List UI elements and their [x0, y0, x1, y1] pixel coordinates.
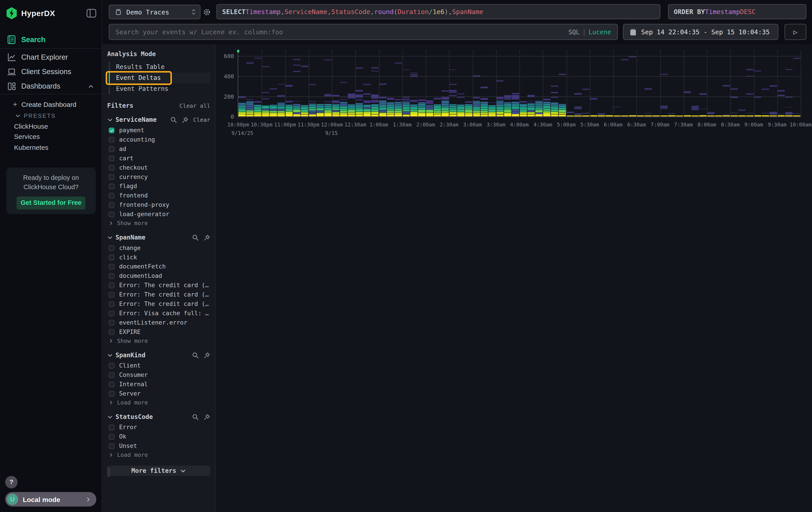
load-more-button[interactable]: Load more: [107, 398, 210, 407]
select-updown-icon: [192, 8, 196, 16]
facet-option-payment[interactable]: payment: [107, 126, 210, 135]
show-more-button[interactable]: Show more: [107, 336, 210, 346]
checkbox[interactable]: [109, 372, 115, 378]
chevron-down-icon[interactable]: [107, 235, 113, 240]
facet-option-eventlistener-error[interactable]: eventListener.error: [107, 318, 210, 327]
local-mode-button[interactable]: U Local mode: [5, 492, 96, 507]
facet-option-ad[interactable]: ad: [107, 144, 210, 153]
search-icon[interactable]: [192, 352, 199, 358]
facet-option-ok[interactable]: Ok: [107, 432, 210, 441]
checkbox[interactable]: [109, 264, 115, 269]
facet-clear-button[interactable]: Clear: [193, 116, 210, 123]
facet-option-error[interactable]: Error: [107, 423, 210, 432]
checkbox[interactable]: [109, 424, 115, 430]
load-more-button[interactable]: Load more: [107, 451, 210, 459]
facet-option-cart[interactable]: cart: [107, 153, 210, 163]
pin-icon[interactable]: [203, 352, 210, 358]
show-more-button[interactable]: Show more: [107, 219, 210, 228]
sidebar-collapse-icon[interactable]: [86, 8, 96, 17]
analysis-mode-option-event-patterns[interactable]: Event Patterns: [109, 83, 210, 95]
checkbox[interactable]: [109, 193, 115, 198]
clear-all-button[interactable]: Clear all: [179, 102, 210, 109]
checkbox[interactable]: [109, 183, 115, 189]
pin-icon[interactable]: [182, 116, 188, 123]
run-query-button[interactable]: ▷: [785, 24, 807, 40]
facet-option-checkout[interactable]: checkout: [107, 163, 210, 172]
checkbox[interactable]: [109, 254, 115, 260]
checkbox[interactable]: [109, 174, 115, 180]
facet-option-client[interactable]: Client: [107, 361, 210, 370]
search-icon[interactable]: [192, 413, 199, 420]
checkbox[interactable]: [109, 434, 115, 439]
checkbox[interactable]: [109, 202, 115, 208]
facet-option-frontend[interactable]: frontend: [107, 191, 210, 200]
sql-toggle[interactable]: SQL: [569, 28, 580, 36]
checkbox[interactable]: [109, 155, 115, 161]
facet-option-load-generator[interactable]: load-generator: [107, 210, 210, 219]
analysis-mode-option-event-deltas[interactable]: Event Deltas: [109, 73, 210, 83]
more-filters-button[interactable]: More filters: [107, 466, 210, 476]
sidebar-item-services[interactable]: Services: [0, 131, 102, 141]
checkbox[interactable]: [109, 137, 115, 142]
source-select[interactable]: Demo Traces: [109, 5, 200, 19]
checkbox[interactable]: [109, 245, 115, 251]
search-icon[interactable]: [170, 116, 177, 123]
sidebar-item-client-sessions[interactable]: Client Sessions: [0, 64, 102, 79]
checkbox[interactable]: [109, 362, 115, 369]
facet-option-click[interactable]: click: [107, 252, 210, 262]
facet-option-frontend-proxy[interactable]: frontend-proxy: [107, 200, 210, 210]
checkbox[interactable]: [109, 282, 115, 288]
facet-option-documentfetch[interactable]: documentFetch: [107, 262, 210, 271]
facet-option-expire[interactable]: EXPIRE: [107, 327, 210, 336]
checkbox[interactable]: [109, 292, 115, 297]
facet-option-change[interactable]: change: [107, 243, 210, 252]
facet-option-unset[interactable]: Unset: [107, 441, 210, 451]
checkbox[interactable]: [109, 127, 115, 133]
chevron-down-icon[interactable]: [107, 352, 113, 358]
facet-option-server[interactable]: Server: [107, 389, 210, 398]
checkbox[interactable]: [109, 273, 115, 279]
facet-option-error-the-credit-card[interactable]: Error: The credit card (…: [107, 290, 210, 299]
checkbox[interactable]: [109, 320, 115, 325]
checkbox[interactable]: [109, 443, 115, 449]
checkbox[interactable]: [109, 211, 115, 217]
facet-option-consumer[interactable]: Consumer: [107, 370, 210, 380]
sidebar-item-kubernetes[interactable]: Kubernetes: [0, 142, 102, 153]
facet-option-currency[interactable]: currency: [107, 172, 210, 182]
facet-option-accounting[interactable]: accounting: [107, 135, 210, 144]
chevron-down-icon[interactable]: [107, 414, 113, 420]
checkbox[interactable]: [109, 146, 115, 152]
facet-option-error-the-credit-card[interactable]: Error: The credit card (…: [107, 299, 210, 308]
facet-option-flagd[interactable]: flagd: [107, 182, 210, 191]
search-icon[interactable]: [192, 234, 199, 241]
gear-icon[interactable]: [203, 8, 211, 16]
pin-icon[interactable]: [203, 234, 210, 241]
checkbox[interactable]: [109, 381, 115, 387]
checkbox[interactable]: [109, 310, 115, 316]
checkbox[interactable]: [109, 391, 115, 397]
pin-icon[interactable]: [203, 413, 210, 420]
facet-option-error-visa-cache-full[interactable]: Error: Visa cache full: …: [107, 308, 210, 318]
checkbox[interactable]: [109, 301, 115, 307]
facet-option-documentload[interactable]: documentLoad: [107, 271, 210, 280]
sidebar-item-chart-explorer[interactable]: Chart Explorer: [0, 50, 102, 64]
sidebar-item-create-dashboard[interactable]: + Create Dashboard: [0, 99, 102, 110]
chevron-down-icon[interactable]: [107, 117, 113, 123]
sidebar-item-search[interactable]: Search: [0, 32, 102, 47]
sidebar-item-presets[interactable]: PRESETS: [0, 110, 102, 121]
checkbox[interactable]: [109, 164, 115, 170]
facet-option-error-the-credit-card[interactable]: Error: The credit card (…: [107, 280, 210, 290]
sidebar-item-dashboards[interactable]: Dashboards: [0, 79, 102, 93]
search-input[interactable]: Search your events w/ Lucene ex. column:…: [109, 24, 618, 40]
order-by-input[interactable]: ORDER BY Timestamp DESC: [668, 4, 807, 19]
get-started-button[interactable]: Get Started for Free: [17, 196, 86, 210]
select-query-input[interactable]: SELECT Timestamp, ServiceName, StatusCod…: [216, 4, 660, 19]
sidebar-item-clickhouse[interactable]: ClickHouse: [0, 121, 102, 131]
date-range-picker[interactable]: Sep 14 22:04:35 - Sep 15 10:04:35: [623, 24, 778, 40]
scrollbar-thumb[interactable]: [107, 467, 110, 477]
analysis-mode-option-results-table[interactable]: Results Table: [109, 62, 210, 73]
lucene-toggle[interactable]: Lucene: [588, 28, 611, 36]
checkbox[interactable]: [109, 329, 115, 335]
help-button[interactable]: ?: [5, 476, 18, 488]
facet-option-internal[interactable]: Internal: [107, 380, 210, 389]
